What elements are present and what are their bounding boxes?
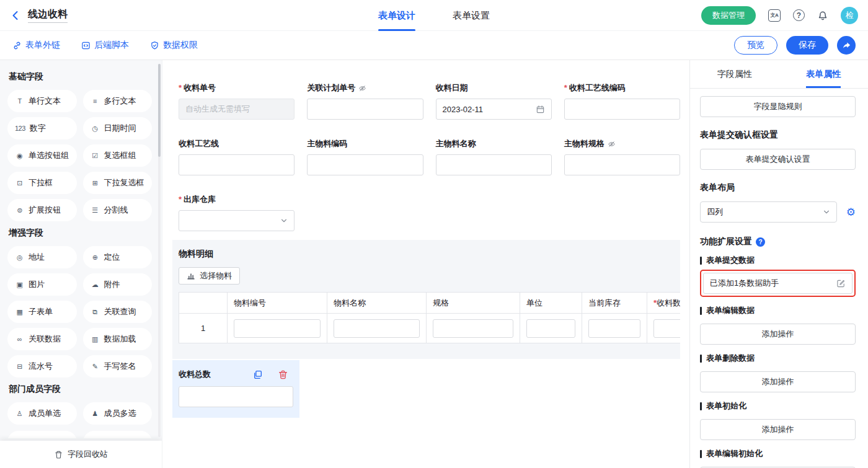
sidebar-item-subform[interactable]: ▦子表单 [7, 301, 77, 323]
data-assistant-field[interactable]: 已添加1条数据助手 [703, 273, 852, 294]
section-bar [700, 307, 702, 315]
unit-input[interactable] [526, 319, 575, 338]
cloud-icon: ☁ [91, 281, 100, 289]
sidebar-item-partial[interactable] [7, 431, 77, 438]
delete-icon[interactable] [278, 369, 288, 380]
field-main-material-spec[interactable]: 主物料规格 [564, 138, 680, 175]
receipt-date-input[interactable]: 2023-02-11 [436, 99, 552, 120]
copy-icon[interactable] [252, 369, 263, 380]
preview-button[interactable]: 预览 [734, 36, 777, 55]
item-label: 日期时间 [104, 123, 136, 134]
main-material-spec-input[interactable] [564, 154, 680, 175]
backend-script-link[interactable]: 后端脚本 [81, 40, 129, 51]
translate-icon[interactable]: 文A [768, 9, 781, 22]
spec-input[interactable] [433, 319, 513, 338]
process-line-code-input[interactable] [564, 99, 680, 120]
main-material-name-input[interactable] [436, 154, 552, 175]
sidebar-item-linked-data[interactable]: ∞关联数据 [7, 328, 77, 350]
add-action-button-delete-data[interactable]: 添加操作 [700, 371, 856, 392]
subform-material-detail[interactable]: 物料明细 选择物料 物料编号 物料名称 规格 单位 当前库存 [172, 240, 680, 359]
field-recycle-bin[interactable]: 字段回收站 [0, 441, 162, 468]
material-code-input[interactable] [234, 319, 321, 338]
sidebar-item-lookup-query[interactable]: ⧉关联查询 [83, 301, 153, 323]
sidebar-item-signature[interactable]: ✎手写签名 [83, 355, 153, 377]
avatar[interactable]: 检 [841, 7, 858, 24]
page-title[interactable]: 线边收料 [28, 8, 68, 23]
item-label: 扩展按钮 [29, 205, 61, 216]
sidebar-item-multi-line-text[interactable]: ≡多行文本 [83, 90, 153, 112]
sidebar-scrollbar[interactable] [158, 64, 161, 437]
sidebar-item-single-line-text[interactable]: T单行文本 [7, 90, 77, 112]
sidebar-item-location[interactable]: ⊕定位 [83, 246, 153, 268]
divider-icon: ☰ [91, 206, 100, 214]
back-button[interactable] [10, 10, 21, 21]
sidebar-item-serial-number[interactable]: ⊟流水号 [7, 355, 77, 377]
multi-dropdown-icon: ⊞ [91, 179, 100, 187]
field-outbound-warehouse[interactable]: *出库仓库 [179, 194, 294, 231]
outbound-warehouse-select[interactable] [179, 210, 294, 231]
sidebar-item-radio-group[interactable]: ◉单选按钮组 [7, 144, 77, 167]
tab-form-properties[interactable]: 表单属性 [779, 60, 868, 88]
tab-form-settings[interactable]: 表单设置 [453, 0, 490, 31]
layout-select[interactable]: 四列 [700, 201, 837, 223]
form-external-link[interactable]: 表单外链 [12, 40, 60, 51]
data-manage-button[interactable]: 数据管理 [701, 6, 756, 25]
receipt-no-input: 自动生成无需填写 [179, 99, 294, 120]
selected-field-receipt-total[interactable]: 收料总数 [172, 360, 299, 418]
sidebar-item-multi-dropdown[interactable]: ⊞下拉复选框 [83, 172, 153, 194]
layout-value: 四列 [707, 206, 723, 218]
field-label: 主物料名称 [436, 138, 552, 149]
help-circle-icon[interactable]: ? [756, 237, 765, 247]
main-material-code-input[interactable] [307, 154, 423, 175]
sidebar-item-image[interactable]: ▣图片 [7, 273, 77, 296]
chevron-down-icon [823, 208, 830, 216]
cell-material-code [228, 314, 327, 343]
submit-confirm-button[interactable]: 表单提交确认设置 [700, 149, 856, 170]
scrollbar-thumb[interactable] [158, 64, 161, 157]
related-plan-no-input[interactable] [307, 99, 423, 120]
bell-icon[interactable] [817, 10, 828, 21]
edit-icon[interactable] [836, 279, 846, 288]
section-bar [700, 355, 702, 363]
add-action-button-init[interactable]: 添加操作 [700, 419, 856, 440]
data-permission-link[interactable]: 数据权限 [150, 40, 198, 51]
gear-icon[interactable]: ⚙ [846, 207, 856, 218]
sidebar-item-dropdown[interactable]: ⊡下拉框 [7, 172, 77, 194]
member-fields-grid: ♙成员单选 ♟成员多选 [7, 402, 152, 425]
save-button[interactable]: 保存 [786, 36, 828, 55]
tab-form-design[interactable]: 表单设计 [378, 0, 415, 31]
tab-field-properties[interactable]: 字段属性 [690, 60, 779, 88]
select-material-button[interactable]: 选择物料 [179, 267, 240, 285]
sidebar-item-extend-button[interactable]: ⊜扩展按钮 [7, 199, 77, 221]
field-receipt-no[interactable]: *收料单号 自动生成无需填写 [179, 82, 294, 120]
add-action-button-edit-data[interactable]: 添加操作 [700, 324, 856, 345]
material-name-input[interactable] [334, 319, 420, 338]
help-icon[interactable]: ? [793, 9, 805, 21]
share-button[interactable] [837, 36, 856, 55]
sidebar-item-data-load[interactable]: ▥数据加载 [83, 328, 153, 350]
sidebar-item-datetime[interactable]: ◷日期时间 [83, 117, 153, 139]
receipt-total-input[interactable] [179, 386, 293, 407]
field-visibility-rules-button[interactable]: 字段显隐规则 [700, 96, 856, 117]
field-main-material-name[interactable]: 主物料名称 [436, 138, 552, 175]
sidebar-item-attachment[interactable]: ☁附件 [83, 273, 153, 296]
field-process-line[interactable]: 收料工艺线 [179, 138, 294, 175]
sidebar-item-partial[interactable] [83, 431, 153, 438]
sidebar-item-divider[interactable]: ☰分割线 [83, 199, 153, 221]
sidebar-item-member-multi[interactable]: ♟成员多选 [83, 402, 153, 425]
field-main-material-code[interactable]: 主物料编码 [307, 138, 423, 175]
sidebar-item-checkbox-group[interactable]: ☑复选框组 [83, 144, 153, 167]
sidebar-item-address[interactable]: ◎地址 [7, 246, 77, 268]
current-stock-input[interactable] [588, 319, 640, 338]
multi-line-text-icon: ≡ [91, 97, 100, 105]
sidebar-item-member-single[interactable]: ♙成员单选 [7, 402, 77, 425]
field-receipt-date[interactable]: 收料日期 2023-02-11 [436, 82, 552, 120]
field-process-line-code[interactable]: *收料工艺线编码 [564, 82, 680, 120]
receipt-qty-input[interactable] [653, 319, 680, 338]
sidebar-item-number[interactable]: 123数字 [7, 117, 77, 139]
field-label: 主物料规格 [564, 138, 680, 149]
field-related-plan-no[interactable]: 关联计划单号 [307, 82, 423, 120]
required-mark: * [179, 194, 182, 205]
field-sidebar: 基础字段 T单行文本 ≡多行文本 123数字 ◷日期时间 ◉单选按钮组 ☑复选框… [0, 60, 162, 468]
process-line-input[interactable] [179, 154, 294, 175]
